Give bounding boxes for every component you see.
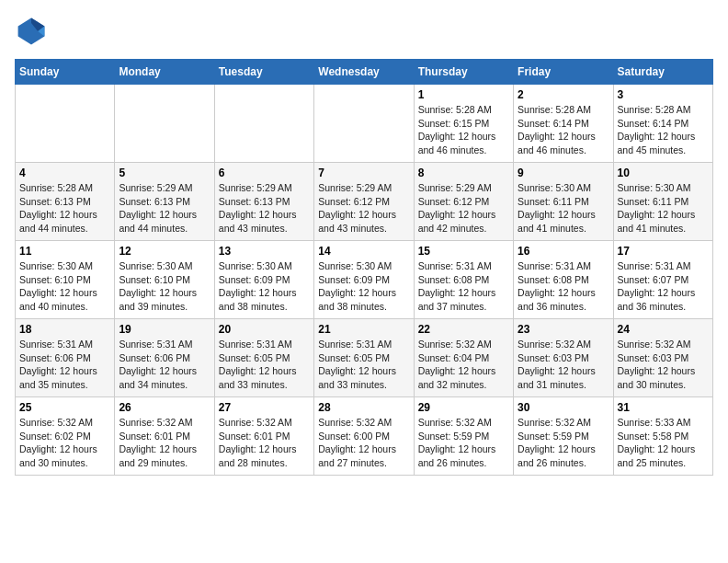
weekday-header: Saturday: [613, 60, 712, 85]
calendar-cell: 10Sunrise: 5:30 AM Sunset: 6:11 PM Dayli…: [613, 163, 712, 241]
day-number: 24: [618, 323, 709, 336]
day-info: Sunrise: 5:28 AM Sunset: 6:13 PM Dayligh…: [19, 181, 110, 236]
day-info: Sunrise: 5:32 AM Sunset: 6:03 PM Dayligh…: [618, 338, 709, 392]
calendar-cell: 5Sunrise: 5:29 AM Sunset: 6:13 PM Daylig…: [115, 163, 214, 241]
calendar-cell: 20Sunrise: 5:31 AM Sunset: 6:05 PM Dayli…: [214, 319, 313, 397]
day-info: Sunrise: 5:32 AM Sunset: 6:02 PM Dayligh…: [19, 416, 110, 470]
calendar-cell: 15Sunrise: 5:31 AM Sunset: 6:08 PM Dayli…: [414, 241, 513, 319]
day-info: Sunrise: 5:32 AM Sunset: 6:01 PM Dayligh…: [119, 416, 210, 470]
calendar-cell: 9Sunrise: 5:30 AM Sunset: 6:11 PM Daylig…: [514, 163, 613, 241]
calendar-cell: 27Sunrise: 5:32 AM Sunset: 6:01 PM Dayli…: [214, 397, 313, 476]
weekday-header: Monday: [115, 60, 214, 85]
day-info: Sunrise: 5:29 AM Sunset: 6:13 PM Dayligh…: [219, 181, 310, 236]
day-number: 21: [318, 323, 409, 336]
day-info: Sunrise: 5:32 AM Sunset: 5:59 PM Dayligh…: [518, 416, 609, 470]
day-info: Sunrise: 5:31 AM Sunset: 6:05 PM Dayligh…: [318, 338, 409, 392]
day-info: Sunrise: 5:29 AM Sunset: 6:13 PM Dayligh…: [119, 181, 210, 236]
calendar-cell: 12Sunrise: 5:30 AM Sunset: 6:10 PM Dayli…: [115, 241, 214, 319]
calendar-cell: [314, 85, 414, 163]
calendar-cell: 6Sunrise: 5:29 AM Sunset: 6:13 PM Daylig…: [214, 163, 313, 241]
day-number: 10: [618, 167, 709, 179]
calendar-cell: 26Sunrise: 5:32 AM Sunset: 6:01 PM Dayli…: [115, 397, 214, 476]
day-info: Sunrise: 5:28 AM Sunset: 6:14 PM Dayligh…: [618, 103, 709, 157]
calendar-cell: 21Sunrise: 5:31 AM Sunset: 6:05 PM Dayli…: [314, 319, 414, 397]
day-number: 23: [518, 323, 609, 336]
day-number: 30: [518, 401, 609, 414]
day-number: 6: [219, 167, 310, 179]
day-info: Sunrise: 5:30 AM Sunset: 6:11 PM Dayligh…: [518, 181, 609, 236]
day-number: 5: [119, 167, 210, 179]
calendar-week-row: 11Sunrise: 5:30 AM Sunset: 6:10 PM Dayli…: [16, 241, 713, 319]
day-number: 3: [618, 88, 709, 101]
day-number: 25: [19, 401, 110, 414]
calendar-cell: [214, 85, 313, 163]
calendar-cell: 30Sunrise: 5:32 AM Sunset: 5:59 PM Dayli…: [514, 397, 613, 476]
calendar-cell: 1Sunrise: 5:28 AM Sunset: 6:15 PM Daylig…: [414, 85, 513, 163]
day-info: Sunrise: 5:32 AM Sunset: 6:01 PM Dayligh…: [219, 416, 310, 470]
day-number: 19: [119, 323, 210, 336]
day-info: Sunrise: 5:28 AM Sunset: 6:15 PM Dayligh…: [418, 103, 509, 157]
day-number: 4: [19, 167, 110, 179]
calendar-cell: 19Sunrise: 5:31 AM Sunset: 6:06 PM Dayli…: [115, 319, 214, 397]
day-number: 22: [418, 323, 509, 336]
day-number: 31: [618, 401, 709, 414]
calendar-cell: 29Sunrise: 5:32 AM Sunset: 5:59 PM Dayli…: [414, 397, 513, 476]
weekday-header: Friday: [514, 60, 613, 85]
calendar-cell: 8Sunrise: 5:29 AM Sunset: 6:12 PM Daylig…: [414, 163, 513, 241]
weekday-header: Thursday: [414, 60, 513, 85]
calendar-cell: 2Sunrise: 5:28 AM Sunset: 6:14 PM Daylig…: [514, 85, 613, 163]
day-number: 29: [418, 401, 509, 414]
calendar-table: SundayMondayTuesdayWednesdayThursdayFrid…: [15, 59, 713, 476]
day-info: Sunrise: 5:29 AM Sunset: 6:12 PM Dayligh…: [318, 181, 409, 236]
calendar-cell: 25Sunrise: 5:32 AM Sunset: 6:02 PM Dayli…: [16, 397, 115, 476]
day-info: Sunrise: 5:33 AM Sunset: 5:58 PM Dayligh…: [618, 416, 709, 470]
day-number: 7: [318, 167, 409, 179]
calendar-cell: 3Sunrise: 5:28 AM Sunset: 6:14 PM Daylig…: [613, 85, 712, 163]
day-info: Sunrise: 5:29 AM Sunset: 6:12 PM Dayligh…: [418, 181, 509, 236]
page-header: [15, 15, 713, 48]
day-number: 13: [219, 245, 310, 258]
weekday-header: Sunday: [16, 60, 115, 85]
day-number: 2: [518, 88, 609, 101]
calendar-cell: 31Sunrise: 5:33 AM Sunset: 5:58 PM Dayli…: [613, 397, 712, 476]
day-info: Sunrise: 5:32 AM Sunset: 6:04 PM Dayligh…: [418, 338, 509, 392]
calendar-cell: [115, 85, 214, 163]
day-info: Sunrise: 5:30 AM Sunset: 6:09 PM Dayligh…: [318, 259, 409, 314]
calendar-cell: 18Sunrise: 5:31 AM Sunset: 6:06 PM Dayli…: [16, 319, 115, 397]
calendar-cell: 17Sunrise: 5:31 AM Sunset: 6:07 PM Dayli…: [613, 241, 712, 319]
day-number: 17: [618, 245, 709, 258]
calendar-week-row: 25Sunrise: 5:32 AM Sunset: 6:02 PM Dayli…: [16, 397, 713, 476]
day-number: 16: [518, 245, 609, 258]
day-info: Sunrise: 5:31 AM Sunset: 6:05 PM Dayligh…: [219, 338, 310, 392]
day-number: 9: [518, 167, 609, 179]
day-info: Sunrise: 5:32 AM Sunset: 5:59 PM Dayligh…: [418, 416, 509, 470]
calendar-cell: 4Sunrise: 5:28 AM Sunset: 6:13 PM Daylig…: [16, 163, 115, 241]
day-info: Sunrise: 5:28 AM Sunset: 6:14 PM Dayligh…: [518, 103, 609, 157]
calendar-cell: 13Sunrise: 5:30 AM Sunset: 6:09 PM Dayli…: [214, 241, 313, 319]
day-number: 20: [219, 323, 310, 336]
day-number: 12: [119, 245, 210, 258]
day-number: 18: [19, 323, 110, 336]
day-number: 26: [119, 401, 210, 414]
calendar-cell: 16Sunrise: 5:31 AM Sunset: 6:08 PM Dayli…: [514, 241, 613, 319]
day-info: Sunrise: 5:31 AM Sunset: 6:06 PM Dayligh…: [19, 338, 110, 392]
day-info: Sunrise: 5:30 AM Sunset: 6:11 PM Dayligh…: [618, 181, 709, 236]
day-number: 14: [318, 245, 409, 258]
calendar-week-row: 4Sunrise: 5:28 AM Sunset: 6:13 PM Daylig…: [16, 163, 713, 241]
calendar-cell: 22Sunrise: 5:32 AM Sunset: 6:04 PM Dayli…: [414, 319, 513, 397]
day-info: Sunrise: 5:31 AM Sunset: 6:06 PM Dayligh…: [119, 338, 210, 392]
calendar-cell: 24Sunrise: 5:32 AM Sunset: 6:03 PM Dayli…: [613, 319, 712, 397]
calendar-cell: 28Sunrise: 5:32 AM Sunset: 6:00 PM Dayli…: [314, 397, 414, 476]
day-info: Sunrise: 5:31 AM Sunset: 6:08 PM Dayligh…: [518, 259, 609, 314]
calendar-cell: 14Sunrise: 5:30 AM Sunset: 6:09 PM Dayli…: [314, 241, 414, 319]
header-row: SundayMondayTuesdayWednesdayThursdayFrid…: [16, 60, 713, 85]
day-info: Sunrise: 5:30 AM Sunset: 6:10 PM Dayligh…: [19, 259, 110, 314]
calendar-week-row: 18Sunrise: 5:31 AM Sunset: 6:06 PM Dayli…: [16, 319, 713, 397]
day-number: 28: [318, 401, 409, 414]
day-number: 27: [219, 401, 310, 414]
day-number: 8: [418, 167, 509, 179]
calendar-cell: 23Sunrise: 5:32 AM Sunset: 6:03 PM Dayli…: [514, 319, 613, 397]
day-number: 11: [19, 245, 110, 258]
calendar-week-row: 1Sunrise: 5:28 AM Sunset: 6:15 PM Daylig…: [16, 85, 713, 163]
day-info: Sunrise: 5:31 AM Sunset: 6:07 PM Dayligh…: [618, 259, 709, 314]
